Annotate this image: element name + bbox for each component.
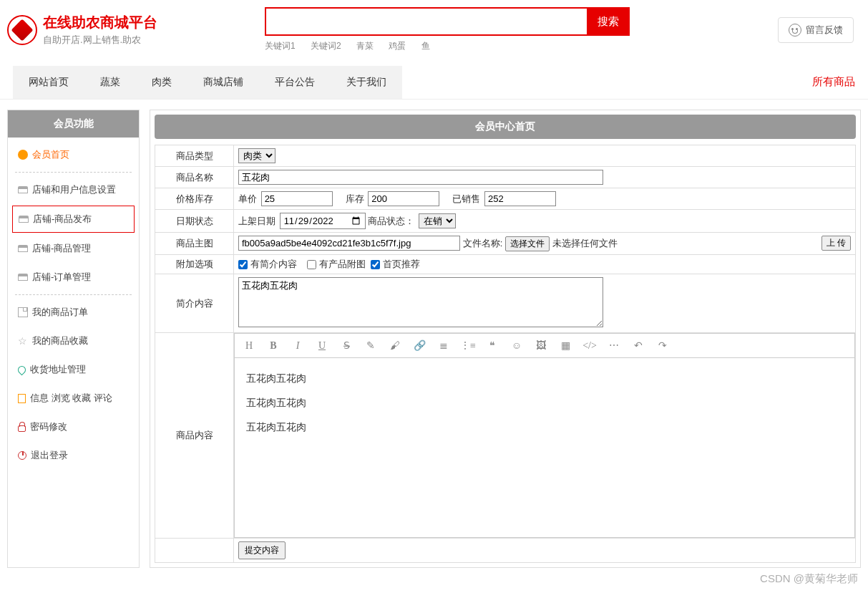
house-icon [18, 274, 28, 281]
site-subtitle: 自助开店.网上销售.助农 [43, 34, 157, 47]
product-type-select[interactable]: 肉类 [238, 148, 275, 163]
list-icon[interactable]: ≣ [438, 339, 449, 352]
brush-icon[interactable]: 🖌 [389, 339, 401, 352]
highlight-icon[interactable]: ✎ [365, 339, 376, 352]
support-icon [789, 24, 801, 37]
label-extra: 附加选项 [155, 255, 234, 274]
keyword-link[interactable]: 青菜 [356, 41, 374, 51]
sidebar-title: 会员功能 [8, 110, 139, 138]
sidebar: 会员功能 会员首页店铺和用户信息设置店铺-商品发布店铺-商品管理店铺-订单管理我… [7, 110, 140, 568]
search-button[interactable]: 搜索 [587, 7, 630, 36]
date-prefix: 上架日期 [238, 215, 275, 228]
home-icon [18, 150, 28, 160]
chk-images[interactable]: 有产品附图 [307, 259, 366, 269]
sidebar-item[interactable]: 我的商品收藏 [15, 327, 132, 355]
sidebar-item[interactable]: 店铺-商品发布 [12, 206, 135, 233]
bold-icon[interactable]: B [268, 339, 279, 352]
feedback-label: 留言反馈 [806, 24, 843, 37]
keyword-link[interactable]: 鸡蛋 [389, 41, 406, 51]
label-intro: 简介内容 [155, 274, 234, 333]
sidebar-item[interactable]: 店铺-商品管理 [15, 234, 132, 263]
ol-icon[interactable]: ⋮≡ [462, 339, 474, 352]
nav-about[interactable]: 关于我们 [331, 66, 402, 99]
grid-icon [18, 307, 28, 317]
keyword-link[interactable]: 鱼 [421, 41, 430, 51]
doc-icon [18, 394, 26, 403]
sidebar-item-label: 密码修改 [30, 420, 67, 433]
label-price: 价格库存 [155, 188, 234, 210]
choose-file-button[interactable]: 选择文件 [505, 236, 550, 251]
sidebar-item-label: 我的商品收藏 [32, 334, 88, 347]
intro-textarea[interactable] [238, 277, 603, 327]
editor-body[interactable]: 五花肉五花肉五花肉五花肉五花肉五花肉 [235, 358, 854, 537]
search-input[interactable] [265, 7, 587, 36]
sidebar-item-label: 会员首页 [32, 148, 69, 161]
stock-prefix: 库存 [346, 193, 364, 206]
sidebar-item[interactable]: 店铺-订单管理 [15, 263, 132, 291]
undo-icon[interactable]: ↶ [633, 339, 644, 352]
label-date: 日期状态 [155, 210, 234, 233]
nav-meat[interactable]: 肉类 [136, 66, 187, 99]
star-icon [18, 336, 28, 346]
file-label: 文件名称: [463, 238, 503, 249]
sidebar-item-label: 店铺-商品发布 [33, 213, 92, 226]
file-none: 未选择任何文件 [552, 238, 618, 249]
code-icon[interactable]: </> [584, 339, 595, 352]
sidebar-item[interactable]: 店铺和用户信息设置 [15, 175, 132, 204]
content-area: 会员中心首页 商品类型 肉类 商品名称 价格库存 [150, 110, 861, 568]
sidebar-item[interactable]: 密码修改 [15, 413, 132, 441]
label-image: 商品主图 [155, 233, 234, 255]
stock-input[interactable] [368, 191, 439, 206]
strike-icon[interactable]: S̶ [341, 339, 352, 352]
sidebar-item[interactable]: 信息 浏览 收藏 评论 [15, 384, 132, 413]
sidebar-item[interactable]: 退出登录 [15, 441, 132, 470]
submit-button[interactable]: 提交内容 [238, 541, 286, 559]
nav-all-products[interactable]: 所有商品 [812, 65, 855, 99]
sidebar-item-label: 收货地址管理 [30, 363, 86, 376]
keyword-link[interactable]: 关键词2 [311, 41, 341, 51]
image-path-input[interactable] [238, 236, 460, 251]
rich-editor: H B I U S̶ ✎ 🖌 🔗 ≣ ⋮≡ ❝ [234, 333, 855, 538]
status-select[interactable]: 在销 [419, 213, 456, 228]
label-type: 商品类型 [155, 145, 234, 167]
sidebar-item-label: 退出登录 [31, 449, 68, 462]
upload-button[interactable]: 上 传 [821, 236, 851, 251]
image-icon[interactable]: 🖼 [535, 339, 547, 352]
more-icon[interactable]: ⋯ [608, 339, 620, 352]
nav-home[interactable]: 网站首页 [13, 66, 84, 99]
chk-intro[interactable]: 有简介内容 [238, 259, 297, 269]
link-icon[interactable]: 🔗 [414, 339, 425, 352]
nav-vegetable[interactable]: 蔬菜 [84, 66, 136, 99]
sidebar-item[interactable]: 会员首页 [15, 140, 132, 169]
house-icon [18, 186, 28, 193]
emoji-icon[interactable]: ☺ [511, 339, 522, 352]
status-prefix: 商品状态： [368, 215, 414, 228]
price-input[interactable] [261, 191, 333, 206]
sold-prefix: 已销售 [452, 193, 480, 206]
heading-icon[interactable]: H [243, 339, 255, 352]
sidebar-item[interactable]: 我的商品订单 [15, 298, 132, 327]
quote-icon[interactable]: ❝ [487, 339, 498, 352]
date-input[interactable] [280, 213, 366, 229]
logo[interactable]: 在线助农商城平台 自助开店.网上销售.助农 [7, 13, 157, 47]
sidebar-item[interactable]: 收货地址管理 [15, 355, 132, 384]
keyword-link[interactable]: 关键词1 [265, 41, 296, 51]
nav-shop[interactable]: 商城店铺 [187, 66, 259, 99]
product-name-input[interactable] [238, 170, 603, 185]
sidebar-item-label: 我的商品订单 [32, 306, 88, 319]
redo-icon[interactable]: ↷ [657, 339, 668, 352]
nav-announce[interactable]: 平台公告 [259, 66, 331, 99]
price-prefix: 单价 [238, 193, 257, 206]
house-icon [18, 245, 28, 252]
underline-icon[interactable]: U [316, 339, 328, 352]
site-title: 在线助农商城平台 [43, 13, 157, 32]
italic-icon[interactable]: I [292, 339, 303, 352]
feedback-button[interactable]: 留言反馈 [778, 17, 854, 43]
sidebar-item-label: 店铺-商品管理 [32, 242, 91, 255]
sold-input[interactable] [484, 191, 556, 206]
content-title: 会员中心首页 [155, 115, 856, 139]
chk-recommend[interactable]: 首页推荐 [371, 259, 420, 269]
editor-toolbar: H B I U S̶ ✎ 🖌 🔗 ≣ ⋮≡ ❝ [235, 334, 854, 358]
sidebar-item-label: 信息 浏览 收藏 评论 [30, 392, 112, 405]
table-icon[interactable]: ▦ [560, 339, 571, 352]
